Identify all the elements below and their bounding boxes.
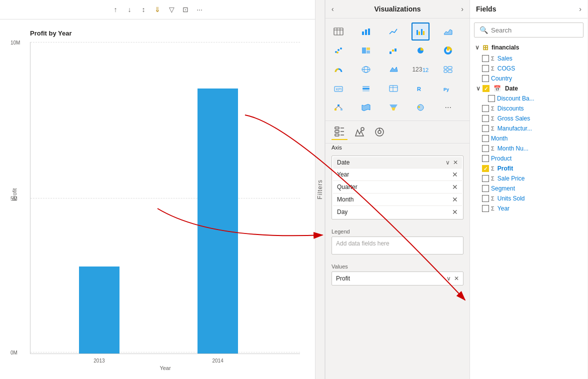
field-checkbox-product[interactable]	[482, 155, 489, 162]
financials-label: financials	[492, 44, 519, 51]
sort-both-icon[interactable]: ↕	[138, 4, 149, 15]
search-box[interactable]: 🔍	[474, 22, 584, 38]
axis-chip-year[interactable]: Year ✕	[333, 168, 462, 180]
field-checkbox-gross-sales[interactable]	[482, 115, 489, 122]
axis-chip-day-remove[interactable]: ✕	[452, 208, 458, 216]
values-chip-profit[interactable]: Profit ∨ ✕	[332, 272, 463, 285]
field-name-sale-price: Sale Price	[498, 175, 525, 182]
viz-icon-number[interactable]: 123 123	[412, 60, 430, 78]
viz-icon-funnel[interactable]	[384, 98, 402, 116]
field-checkbox-month[interactable]	[482, 135, 489, 142]
values-chip-remove[interactable]: ✕	[454, 275, 459, 282]
viz-icon-table[interactable]	[330, 22, 348, 40]
axis-chip-quarter-remove[interactable]: ✕	[452, 183, 458, 191]
field-checkbox-date[interactable]: ✓	[482, 85, 490, 92]
field-checkbox-cogs[interactable]	[482, 65, 489, 72]
legend-placeholder: Add data fields here	[336, 240, 390, 247]
viz-icon-pie[interactable]	[412, 42, 430, 60]
field-item-date[interactable]: ∨ ✓ 📅 Date	[470, 84, 588, 94]
bar-2014[interactable]: 2014	[198, 88, 238, 354]
field-item-year[interactable]: Σ Year	[470, 204, 588, 214]
viz-icon-decomp[interactable]	[330, 98, 348, 116]
field-item-month-nu[interactable]: Σ Month Nu...	[470, 144, 588, 154]
field-checkbox-discounts[interactable]	[482, 105, 489, 112]
viz-icon-table2[interactable]	[384, 80, 402, 98]
viz-icon-gauge[interactable]	[330, 60, 348, 78]
field-checkbox-year[interactable]	[482, 205, 489, 212]
field-item-country[interactable]: Country	[470, 74, 588, 84]
field-checkbox-sales[interactable]	[482, 55, 489, 62]
axis-chip-month[interactable]: Month ✕	[333, 193, 462, 206]
tab-format[interactable]	[352, 124, 368, 140]
sort-asc-icon[interactable]: ↑	[110, 4, 121, 15]
viz-icon-kpi[interactable]: KPI	[330, 80, 348, 98]
field-item-product[interactable]: Product	[470, 154, 588, 164]
tab-analytics[interactable]	[372, 124, 388, 140]
viz-icon-scatter[interactable]	[330, 42, 348, 60]
field-checkbox-segment[interactable]	[482, 185, 489, 192]
filter-icon[interactable]: ▽	[166, 4, 177, 15]
field-checkbox-month-nu[interactable]	[482, 145, 489, 152]
axis-remove-icon[interactable]: ✕	[453, 159, 458, 166]
field-item-sale-price[interactable]: Σ Sale Price	[470, 174, 588, 184]
viz-icon-line[interactable]	[384, 22, 402, 40]
field-sigma-month-nu: Σ	[491, 146, 494, 152]
fields-arrow-right[interactable]: ›	[579, 5, 582, 13]
more-icon[interactable]: ···	[194, 4, 205, 15]
viz-arrow-right[interactable]: ›	[461, 5, 464, 13]
viz-icon-more[interactable]: ···	[439, 98, 457, 116]
viz-icon-clustered-bar[interactable]	[412, 22, 430, 40]
axis-chip-month-label: Month	[337, 196, 354, 203]
sort-desc-icon[interactable]: ↓	[124, 4, 135, 15]
viz-icon-donut[interactable]	[439, 42, 457, 60]
viz-icon-r-visual[interactable]: R	[412, 80, 430, 98]
field-item-discount-ba[interactable]: Discount Ba...	[470, 94, 588, 104]
bar-2013[interactable]: 2013	[79, 266, 120, 354]
viz-icon-area[interactable]	[439, 22, 457, 40]
field-item-gross-sales[interactable]: Σ Gross Sales	[470, 114, 588, 124]
financials-header[interactable]: ∨ ⊞ financials	[470, 42, 588, 54]
y-tick-10m: 10M	[10, 40, 20, 46]
viz-icon-ribbon[interactable]	[357, 98, 375, 116]
axis-chip-header[interactable]: Date ∨ ✕	[333, 157, 462, 168]
field-item-profit[interactable]: ✓ Σ Profit	[470, 164, 588, 174]
viz-icon-treemap[interactable]	[357, 42, 375, 60]
viz-icon-bar[interactable]	[357, 22, 375, 40]
field-checkbox-profit[interactable]: ✓	[482, 165, 489, 172]
values-chip-expand[interactable]: ∨	[446, 275, 451, 282]
x-axis-label: Year	[160, 365, 170, 371]
viz-icon-waterfall[interactable]	[384, 42, 402, 60]
focus-icon[interactable]: ⊡	[180, 4, 191, 15]
field-item-manufactur[interactable]: Σ Manufactur...	[470, 124, 588, 134]
axis-chip-quarter[interactable]: Quarter ✕	[333, 180, 462, 193]
axis-chip-month-remove[interactable]: ✕	[452, 196, 458, 204]
field-item-sales[interactable]: Σ Sales	[470, 54, 588, 64]
search-input[interactable]	[491, 26, 578, 34]
axis-chip-day[interactable]: Day ✕	[333, 206, 462, 218]
viz-icon-map[interactable]	[357, 60, 375, 78]
axis-collapse-icon[interactable]: ∨	[446, 159, 450, 166]
viz-icon-matrix[interactable]	[439, 60, 457, 78]
fields-header: Fields ›	[470, 0, 588, 18]
viz-icon-py-visual[interactable]: Py	[439, 80, 457, 98]
svg-rect-21	[394, 48, 396, 52]
field-item-month[interactable]: Month	[470, 134, 588, 144]
tab-fields[interactable]	[332, 124, 348, 140]
field-checkbox-country[interactable]	[482, 75, 489, 82]
viz-icon-filled-map[interactable]	[384, 60, 402, 78]
expand-icon[interactable]: ⇓	[152, 4, 163, 15]
field-checkbox-units-sold[interactable]	[482, 195, 489, 202]
field-checkbox-sale-price[interactable]	[482, 175, 489, 182]
field-item-units-sold[interactable]: Σ Units Sold	[470, 194, 588, 204]
viz-icon-slicer[interactable]	[357, 80, 375, 98]
viz-arrow-left[interactable]: ‹	[332, 5, 334, 13]
viz-icon-shape-map[interactable]	[412, 98, 430, 116]
legend-dropzone[interactable]: Add data fields here	[332, 236, 464, 254]
field-item-cogs[interactable]: Σ COGS	[470, 64, 588, 74]
field-item-segment[interactable]: Segment	[470, 184, 588, 194]
axis-chip-year-remove[interactable]: ✕	[452, 170, 458, 178]
svg-text:R: R	[417, 86, 421, 92]
field-item-discounts[interactable]: Σ Discounts	[470, 104, 588, 114]
field-checkbox-manufactur[interactable]	[482, 125, 489, 132]
field-checkbox-discount-ba[interactable]	[488, 95, 495, 102]
